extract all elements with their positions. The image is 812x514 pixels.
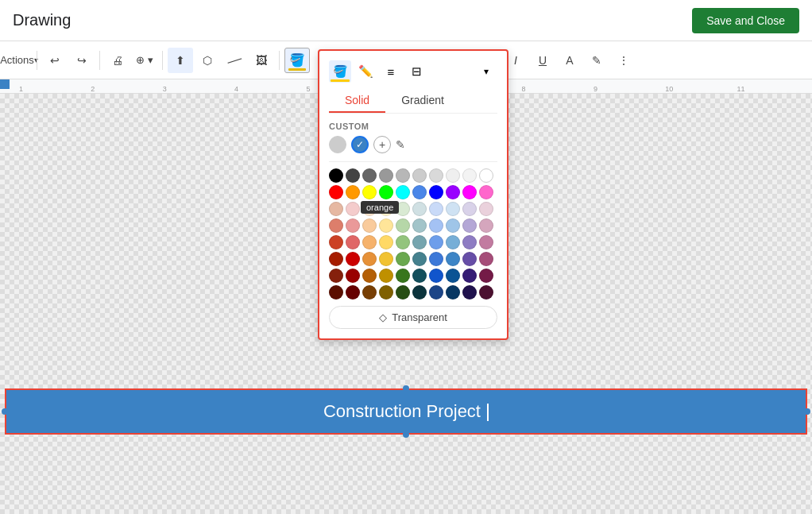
color-r8-10[interactable] [479, 285, 493, 300]
color-almost-white[interactable] [462, 168, 477, 183]
color-r5-7[interactable] [429, 235, 443, 249]
zoom-button[interactable]: ⊕ ▾ [132, 48, 157, 73]
color-r5-3[interactable] [362, 235, 377, 249]
color-r3-1[interactable] [329, 202, 343, 216]
color-gray[interactable] [379, 168, 393, 183]
color-yellow[interactable] [362, 185, 377, 199]
color-orange[interactable] [346, 185, 360, 199]
color-r3-3[interactable] [362, 202, 377, 216]
color-r7-1[interactable] [329, 269, 343, 283]
color-r4-9[interactable] [462, 218, 477, 233]
overflow-menu-button[interactable]: ⋮ [611, 48, 636, 73]
shape-button[interactable]: ⬡ [195, 48, 220, 73]
color-r7-3[interactable] [362, 269, 377, 283]
color-red[interactable] [329, 185, 343, 199]
transparent-button[interactable]: ◇ Transparent [329, 306, 497, 329]
color-r6-3[interactable] [362, 252, 377, 266]
color-r4-7[interactable] [429, 218, 443, 233]
color-r8-8[interactable] [446, 285, 460, 300]
line-button[interactable]: ╱ [222, 48, 247, 73]
border-pen-button[interactable]: ✏️ [354, 60, 377, 83]
fill-color-button[interactable]: 🪣 [284, 48, 310, 73]
color-r5-1[interactable] [329, 235, 343, 249]
color-r8-9[interactable] [462, 285, 477, 300]
color-r7-7[interactable] [429, 269, 443, 283]
color-r4-5[interactable] [396, 218, 410, 233]
color-r6-7[interactable] [429, 252, 443, 266]
color-r3-4[interactable] [379, 202, 393, 216]
fill-icon-button[interactable]: 🪣 [329, 60, 351, 83]
color-r5-2[interactable] [346, 235, 360, 249]
image-button[interactable]: 🖼 [249, 48, 274, 73]
color-green[interactable] [379, 185, 393, 199]
color-r4-4[interactable] [379, 218, 393, 233]
color-r7-5[interactable] [396, 269, 410, 283]
color-r6-9[interactable] [462, 252, 477, 266]
color-r7-9[interactable] [462, 269, 477, 283]
color-r8-6[interactable] [412, 285, 427, 300]
color-r6-2[interactable] [346, 252, 360, 266]
color-blue[interactable] [429, 185, 443, 199]
color-white[interactable] [479, 168, 493, 183]
color-r5-9[interactable] [462, 235, 477, 249]
color-r6-5[interactable] [396, 252, 410, 266]
color-r5-8[interactable] [446, 235, 460, 249]
custom-swatch-1[interactable] [329, 136, 346, 153]
color-r5-10[interactable] [479, 235, 493, 249]
color-r6-1[interactable] [329, 252, 343, 266]
underline-button[interactable]: U [530, 48, 555, 73]
color-r4-8[interactable] [446, 218, 460, 233]
color-black[interactable] [329, 168, 343, 183]
color-r7-2[interactable] [346, 269, 360, 283]
color-purple[interactable] [446, 185, 460, 199]
color-dark-gray1[interactable] [346, 168, 360, 183]
color-r7-6[interactable] [412, 269, 427, 283]
actions-button[interactable]: Actions ▾ [6, 48, 32, 73]
color-r8-4[interactable] [379, 285, 393, 300]
color-r4-10[interactable] [479, 218, 493, 233]
color-r5-4[interactable] [379, 235, 393, 249]
tab-gradient[interactable]: Gradient [385, 89, 460, 113]
text-box[interactable]: Construction Project [6, 390, 806, 433]
color-r3-7[interactable] [429, 202, 443, 216]
color-r6-4[interactable] [379, 252, 393, 266]
undo-button[interactable]: ↩ [42, 48, 68, 73]
custom-swatch-2[interactable]: ✓ [351, 136, 369, 153]
tab-solid[interactable]: Solid [329, 89, 385, 113]
color-r7-4[interactable] [379, 269, 393, 283]
color-r5-6[interactable] [412, 235, 427, 249]
color-r3-5[interactable] [396, 202, 410, 216]
redo-button[interactable]: ↪ [69, 48, 95, 73]
color-r7-10[interactable] [479, 269, 493, 283]
color-r8-7[interactable] [429, 285, 443, 300]
color-r8-1[interactable] [329, 285, 343, 300]
color-blue-light[interactable] [412, 185, 427, 199]
save-close-button[interactable]: Save and Close [692, 8, 799, 33]
color-r4-6[interactable] [412, 218, 427, 233]
color-pink[interactable] [479, 185, 493, 199]
color-r6-8[interactable] [446, 252, 460, 266]
color-r6-6[interactable] [412, 252, 427, 266]
color-r3-10[interactable] [479, 202, 493, 216]
add-color-swatch[interactable]: + [373, 136, 391, 153]
color-dark-gray2[interactable] [362, 168, 377, 183]
border-style-button2[interactable]: ⊟ [405, 60, 427, 83]
picker-more-button[interactable]: ▾ [475, 60, 497, 83]
color-lighter-gray1[interactable] [429, 168, 443, 183]
color-r4-2[interactable] [346, 218, 360, 233]
color-cyan[interactable] [396, 185, 410, 199]
select-button[interactable]: ⬆ [168, 48, 193, 73]
color-r3-2[interactable] [346, 202, 360, 216]
eyedropper-picker-button[interactable]: ✎ [396, 138, 405, 151]
color-r7-8[interactable] [446, 269, 460, 283]
text-color-button[interactable]: A [557, 48, 582, 73]
color-r8-3[interactable] [362, 285, 377, 300]
print-button[interactable]: 🖨 [105, 48, 130, 73]
color-light-gray2[interactable] [412, 168, 427, 183]
color-r3-8[interactable] [446, 202, 460, 216]
color-r8-5[interactable] [396, 285, 410, 300]
color-r3-6[interactable] [412, 202, 427, 216]
color-r3-9[interactable] [462, 202, 477, 216]
color-r8-2[interactable] [346, 285, 360, 300]
align-button[interactable]: ≡ [380, 60, 402, 83]
